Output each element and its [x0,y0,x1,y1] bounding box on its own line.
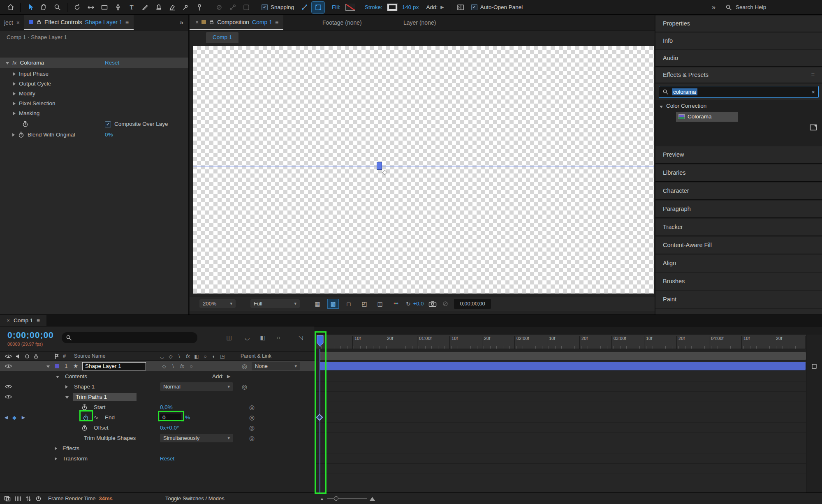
trim-offset-row[interactable]: Offset 0x+0,0° ◎ [0,423,315,433]
create-panel-icon[interactable] [810,124,817,131]
panel-tab-audio[interactable]: Audio [655,50,822,67]
exposure-control[interactable]: ↻ +0,0 [406,301,424,307]
end-value-field[interactable]: 0 [160,414,181,422]
twirl-down-icon[interactable] [660,106,663,108]
mask-visibility-icon[interactable]: ◻ [343,299,354,308]
magnification-dropdown[interactable]: 200%▾ [199,299,236,308]
anchor-point-icon[interactable] [382,170,387,175]
effect-group-masking[interactable]: Masking [0,109,188,118]
pickwhip-icon[interactable]: ◎ [242,384,247,390]
resolution-dropdown[interactable]: Full▾ [250,299,300,308]
panel-tab-align[interactable]: Align [655,255,822,272]
snapping-toggle[interactable]: ✓ Snapping [262,4,294,10]
panel-tab-tracker[interactable]: Tracker [655,219,822,236]
parent-pickwhip-icon[interactable]: ◎ [242,363,247,369]
next-keyframe-icon[interactable]: ▶ [20,415,27,420]
motion-blur-enable-icon[interactable]: ○ [275,335,282,340]
stroke-width-value[interactable]: 140 px [402,5,419,10]
expand-in-out-panes-icon[interactable] [25,496,31,502]
panel-tab-effects-presets[interactable]: Effects & Presets ≡ [655,67,822,83]
collapse-switch-icon[interactable]: ◇ [160,364,168,369]
auto-open-checkbox[interactable]: ✓ [471,4,477,10]
panel-tab-info[interactable]: Info [655,33,822,49]
shape-selection-handle[interactable] [377,162,382,170]
toolbar-overflow-icon[interactable]: » [703,4,725,11]
layer-visibility-eye-icon[interactable] [5,364,12,368]
contents-row[interactable]: Contents Add: ▶ [0,371,315,381]
stopwatch-icon-active[interactable] [83,414,89,421]
trim-paths-label[interactable]: Trim Paths 1 [73,393,137,401]
parent-dropdown[interactable]: None▾ [252,362,300,370]
roto-brush-tool[interactable] [179,2,192,13]
add-shape-control[interactable]: Add: ▶ [426,5,444,10]
stroke-swatch[interactable] [387,4,397,11]
composition-flowchart-icon[interactable]: ◫ [375,299,385,308]
composite-checkbox[interactable]: ✓ [105,121,111,127]
eraser-tool[interactable] [166,2,178,13]
source-name-column[interactable]: Source Name [74,354,105,359]
time-ruler[interactable]: 10f 20f 01:00f 10f 20f 02:00f 10f 20f 03… [315,335,806,349]
quality-switch-icon[interactable]: \ [169,364,177,369]
twirl-right-icon[interactable] [13,72,16,76]
layer-color-chip[interactable] [55,364,59,368]
comp-marker-icon[interactable] [811,363,817,369]
twirl-down-icon[interactable] [56,376,59,378]
effects-switch-icon[interactable]: fx [184,354,192,359]
adjustment-switch-icon[interactable]: ◐ [210,354,218,359]
lock-icon[interactable] [36,19,42,25]
composition-viewer[interactable] [193,46,654,294]
brush-tool[interactable] [139,2,151,13]
tab-composition[interactable]: × Composition Comp 1 ≡ [190,15,283,30]
hand-tool[interactable] [37,2,50,13]
panel-menu-icon[interactable]: ≡ [37,318,40,324]
lock-column-icon[interactable] [33,354,39,359]
reset-exposure-icon[interactable]: ↻ [406,301,411,307]
quality-switch-icon[interactable]: \ [176,354,183,359]
panel-tab-libraries[interactable]: Libraries [655,164,822,182]
effect-group-modify[interactable]: Modify [0,89,188,99]
show-snapshot-icon[interactable] [442,301,449,307]
effects-group-row[interactable]: Effects [0,443,315,453]
composition-mini-flowchart-icon[interactable]: ◫ [225,335,233,340]
add-menu-icon[interactable]: ▶ [440,5,444,9]
twirl-right-icon[interactable] [13,112,16,115]
layer-number-column[interactable]: # [63,354,66,359]
selection-tool[interactable] [24,2,37,13]
close-icon[interactable]: × [7,318,10,324]
tab-overflow-icon[interactable]: » [175,19,188,26]
frame-blend-enable-icon[interactable]: ◧ [259,335,266,340]
audio-column-icon[interactable] [16,354,21,359]
lock-icon[interactable] [209,19,214,25]
layer-row-shape-layer-1[interactable]: 1 ★ Shape Layer 1 ◇ \ fx ○ ◎ None▾ [0,361,315,371]
tab-effect-controls[interactable]: Effect Controls Shape Layer 1 ≡ [24,15,134,30]
motion-blur-switch-icon[interactable]: ○ [201,354,209,359]
stroke-control[interactable]: Stroke: 140 px [365,4,419,11]
pickwhip-icon[interactable]: ◎ [249,435,255,441]
trim-multiple-shapes-row[interactable]: Trim Multiple Shapes Simultaneously▾ ◎ [0,433,315,443]
help-search[interactable]: Search Help [725,4,818,11]
visibility-eye-icon[interactable] [5,395,12,399]
shy-switch-icon[interactable]: ◡ [158,354,166,359]
twirl-right-icon[interactable] [13,92,16,95]
trim-start-row[interactable]: Start 0,0% ◎ [0,402,315,412]
pickwhip-icon[interactable]: ◎ [249,414,255,421]
fill-control[interactable]: Fill: [332,4,357,11]
label-flag-icon[interactable] [54,354,59,359]
graph-editor-icon[interactable]: ◹ [297,335,304,340]
layer-duration-bar[interactable] [320,362,806,370]
expand-layer-switches-icon[interactable] [4,496,11,502]
render-time-icon[interactable] [35,496,42,502]
exposure-value[interactable]: +0,0 [413,301,424,306]
add-keyframe-icon[interactable]: ◆ [11,415,18,420]
hide-shy-layers-icon[interactable]: ◡ [243,335,251,340]
panel-tab-content-aware-fill[interactable]: Content-Aware Fill [655,237,822,254]
close-icon[interactable]: × [195,19,199,25]
snap-bounds-icon[interactable] [312,2,324,13]
twirl-right-icon[interactable] [13,82,16,86]
snap-line-icon[interactable] [298,2,311,13]
panel-tab-character[interactable]: Character [655,183,822,200]
stopwatch-icon[interactable] [81,404,88,411]
zoom-out-mountain-icon[interactable] [320,497,324,501]
3d-switch-icon[interactable]: ◳ [219,354,226,359]
twirl-right-icon[interactable] [55,457,57,460]
